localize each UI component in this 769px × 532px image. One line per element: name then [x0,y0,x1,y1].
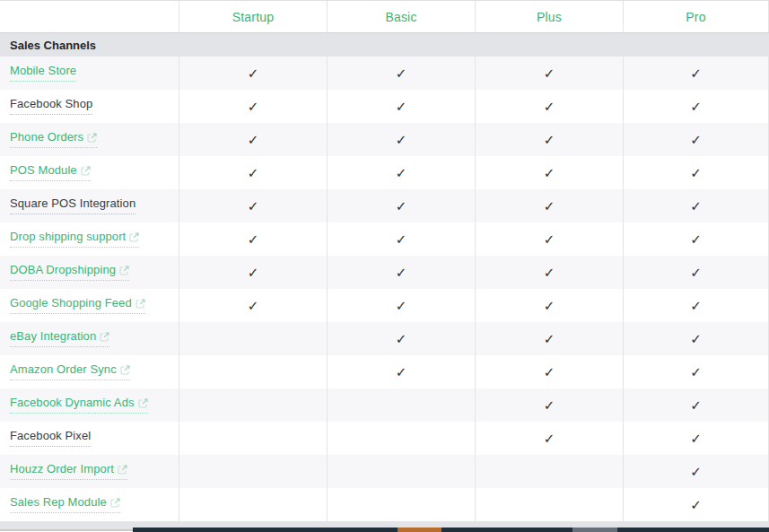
feature-label-cell: Drop shipping support [0,222,179,256]
check-cell: ✓ [475,422,623,455]
feature-row: Google Shopping Feed✓✓✓✓ [0,289,769,322]
feature-row: Mobile Store✓✓✓✓ [0,57,769,90]
check-cell [179,322,327,355]
feature-link[interactable]: Houzz Order Import [10,463,127,480]
feature-label-text: Square POS Integration [10,197,135,211]
external-link-icon [135,299,145,309]
check-cell: ✓ [475,90,623,123]
feature-row: Drop shipping support✓✓✓✓ [0,222,769,256]
feature-link[interactable]: Amazon Order Sync [10,363,130,380]
check-icon: ✓ [690,497,702,513]
check-cell: ✓ [475,355,623,388]
check-cell: ✓ [327,57,475,90]
plan-header-basic: Basic [327,1,475,32]
check-icon: ✓ [690,165,702,181]
check-cell: ✓ [623,355,769,388]
feature-text: Facebook Pixel [10,430,91,447]
check-cell [475,488,623,521]
feature-link[interactable]: eBay Integration [10,330,109,347]
check-cell: ✓ [327,189,475,222]
check-icon: ✓ [690,265,702,281]
check-icon: ✓ [690,65,702,82]
feature-label-cell: Square POS Integration [0,189,179,222]
feature-label-text: Facebook Pixel [10,430,91,443]
scrollbar-track [0,529,133,531]
feature-label-text: Amazon Order Sync [10,363,117,377]
check-icon: ✓ [248,132,259,148]
check-cell: ✓ [623,488,769,521]
check-cell: ✓ [327,256,475,289]
feature-row: Facebook Shop✓✓✓✓ [0,90,769,123]
feature-label-cell: eBay Integration [0,322,179,355]
external-link-icon [81,166,91,176]
header-empty-cell [0,1,179,32]
footer-orange-segment [398,528,441,532]
check-icon: ✓ [544,397,555,414]
feature-label-text: Mobile Store [10,65,76,78]
feature-row: Facebook Pixel✓✓ [0,422,769,455]
plan-header-label: Basic [385,10,416,24]
check-icon: ✓ [690,364,702,380]
plan-header-label: Plus [537,10,562,24]
external-link-icon [118,465,127,475]
check-icon: ✓ [248,65,259,82]
plan-header-row: Startup Basic Plus Pro [0,1,769,33]
plan-comparison-table: Startup Basic Plus Pro Sales Channels Mo… [0,0,769,531]
feature-link[interactable]: Drop shipping support [10,231,139,248]
check-cell [327,488,475,521]
sticky-footer-bar-partial [133,528,769,532]
feature-link[interactable]: Phone Orders [10,131,97,148]
check-cell: ✓ [623,57,769,90]
feature-row: Facebook Dynamic Ads✓✓ [0,388,769,422]
check-icon: ✓ [248,231,259,248]
feature-label-cell: Facebook Dynamic Ads [0,388,179,422]
pricing-comparison-page: Startup Basic Plus Pro Sales Channels Mo… [0,0,769,532]
feature-label-cell: Houzz Order Import [0,455,179,488]
check-icon: ✓ [396,132,407,148]
external-link-icon [119,266,129,275]
check-icon: ✓ [690,397,702,414]
feature-label-cell: DOBA Dropshipping [0,256,179,289]
check-cell: ✓ [179,123,327,156]
footer-slate-segment [572,528,617,532]
check-cell: ✓ [475,123,623,156]
external-link-icon [87,133,97,143]
check-icon: ✓ [544,132,555,148]
section-title: Sales Channels [10,39,96,52]
check-cell [179,388,327,422]
feature-link[interactable]: DOBA Dropshipping [10,264,129,281]
feature-label-text: Sales Rep Module [10,496,107,510]
feature-row: DOBA Dropshipping✓✓✓✓ [0,256,769,289]
check-cell: ✓ [179,189,327,222]
feature-label-text: Drop shipping support [10,231,126,244]
feature-row: Houzz Order Import✓ [0,455,769,488]
check-cell: ✓ [623,222,769,256]
check-icon: ✓ [544,265,555,281]
check-icon: ✓ [544,431,555,447]
check-icon: ✓ [690,231,702,248]
check-cell: ✓ [327,322,475,355]
feature-link[interactable]: POS Module [10,164,91,181]
check-icon: ✓ [396,231,407,248]
check-icon: ✓ [396,198,407,214]
external-link-icon [138,398,148,408]
feature-row: eBay Integration✓✓✓ [0,322,769,355]
feature-label-text: Google Shopping Feed [10,297,132,310]
feature-link[interactable]: Mobile Store [10,65,76,82]
check-icon: ✓ [396,331,407,347]
feature-label-cell: Facebook Pixel [0,422,179,455]
check-icon: ✓ [544,65,555,82]
check-cell: ✓ [475,256,623,289]
plan-header-plus: Plus [475,1,623,32]
external-link-icon [120,365,130,375]
check-icon: ✓ [396,298,407,314]
feature-link[interactable]: Facebook Dynamic Ads [10,397,148,414]
feature-label-text: eBay Integration [10,330,96,344]
check-icon: ✓ [396,265,407,281]
check-icon: ✓ [396,65,407,82]
check-icon: ✓ [248,165,259,181]
feature-link[interactable]: Sales Rep Module [10,496,120,513]
feature-link[interactable]: Google Shopping Feed [10,297,145,314]
feature-label-text: Houzz Order Import [10,463,114,476]
feature-label-text: Phone Orders [10,131,83,144]
